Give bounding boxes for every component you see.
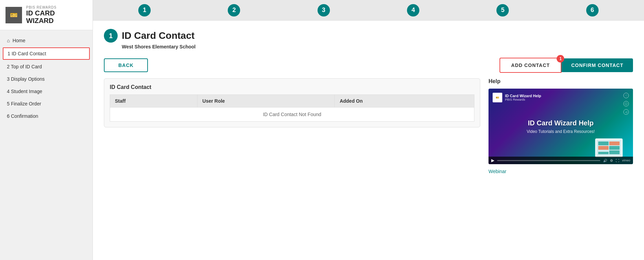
play-button-icon[interactable]: ▶ — [491, 158, 494, 163]
empty-message: ID Card Contact Not Found — [110, 108, 474, 122]
left-section: ID Card Contact Staff User Role Added On — [104, 78, 480, 252]
id-card-contact-table: Staff User Role Added On ID Card Contact… — [110, 94, 474, 122]
sidebar-item-home[interactable]: ⌂ Home — [0, 34, 93, 47]
video-icon-heart: ♡ — [623, 93, 629, 98]
sidebar-item-id-card-contact[interactable]: 1 ID Card Contact — [3, 47, 90, 60]
page-title-section: 1 ID Card Contact West Shores Elementary… — [104, 29, 633, 49]
mock-cell-5 — [598, 150, 609, 154]
video-main-title: ID Card Wizard Help — [528, 119, 594, 127]
nav-item-label-5: 5 Finalize Order — [7, 101, 41, 106]
help-section: Help 🎫 ID Card Wizard Help PBIS Rewards … — [489, 78, 633, 252]
progress-step-1: 1 — [100, 4, 189, 16]
page-subtitle: West Shores Elementary School — [122, 44, 633, 49]
video-player[interactable]: 🎫 ID Card Wizard Help PBIS Rewards ♡ ⓘ ◁… — [489, 89, 633, 164]
page-title: 1 ID Card Contact — [104, 29, 633, 43]
sidebar-nav: ⌂ Home 1 ID Card Contact 2 Top of ID Car… — [0, 30, 93, 260]
progress-step-2: 2 — [189, 4, 279, 16]
webinar-link[interactable]: Webinar — [489, 169, 506, 174]
home-label: Home — [12, 38, 25, 43]
step-circle-2: 2 — [228, 4, 240, 16]
app-logo-icon: 🎫 — [6, 7, 22, 23]
table-section-title: ID Card Contact — [110, 84, 474, 90]
sidebar: 🎫 PBIS REWARDS ID CARD WIZARD ⌂ Home 1 I… — [0, 0, 93, 260]
video-controls[interactable]: ▶ 🔊 ⚙ ⛶ vimeo — [489, 157, 633, 164]
volume-icon[interactable]: 🔊 — [603, 159, 607, 162]
fullscreen-icon[interactable]: ⛶ — [616, 159, 619, 162]
table-header-row: Staff User Role Added On — [110, 95, 474, 108]
sidebar-item-confirmation[interactable]: 6 Confirmation — [0, 110, 93, 122]
main-content: 1 2 3 4 5 6 — [93, 0, 644, 260]
progress-step-5: 5 — [458, 4, 547, 16]
nav-item-label-4: 4 Student Image — [7, 89, 42, 94]
sidebar-item-display-options[interactable]: 3 Display Options — [0, 73, 93, 85]
help-title: Help — [489, 78, 633, 84]
step-circle-1: 1 — [138, 4, 151, 16]
video-header: 🎫 ID Card Wizard Help PBIS Rewards — [493, 93, 541, 102]
right-buttons: ADD CONTACT 1 CONFIRM CONTACT — [500, 58, 633, 73]
video-subtitle: Video Tutorials and Extra Resources! — [527, 129, 595, 134]
nav-item-label-3: 3 Display Options — [7, 76, 45, 82]
sidebar-item-top-of-id-card[interactable]: 2 Top of ID Card — [0, 60, 93, 73]
step-circle-3: 3 — [318, 4, 330, 16]
progress-step-3: 3 — [279, 4, 368, 16]
step-circle-5: 5 — [496, 4, 509, 16]
add-contact-button[interactable]: ADD CONTACT — [500, 58, 562, 73]
video-icon-volume: ◁ — [623, 109, 629, 115]
mock-cell-2 — [609, 142, 620, 145]
back-button[interactable]: BACK — [104, 58, 148, 72]
video-logo-box: 🎫 — [493, 93, 502, 102]
home-icon: ⌂ — [7, 38, 10, 43]
mock-cell-4 — [609, 146, 620, 150]
table-section: ID Card Contact Staff User Role Added On — [104, 78, 480, 127]
table-empty-row: ID Card Contact Not Found — [110, 108, 474, 122]
vimeo-logo: vimeo — [622, 159, 630, 162]
nav-item-label-1: 1 ID Card Contact — [8, 51, 46, 56]
add-contact-wrapper: ADD CONTACT 1 — [500, 58, 562, 73]
mock-cell-6 — [609, 150, 620, 154]
step-circle-6: 6 — [586, 4, 599, 16]
col-user-role: User Role — [197, 95, 335, 108]
sidebar-logo: 🎫 PBIS REWARDS ID CARD WIZARD — [0, 0, 93, 30]
main-layout: ID Card Contact Staff User Role Added On — [104, 78, 633, 252]
video-header-sub: PBIS Rewards — [505, 98, 541, 101]
app-title: ID CARD WIZARD — [26, 9, 56, 24]
progress-step-4: 4 — [368, 4, 458, 16]
video-header-title: ID Card Wizard Help — [505, 94, 541, 98]
progress-bar: 1 2 3 4 5 6 — [93, 0, 644, 21]
mock-cell-1 — [598, 142, 609, 145]
step-circle-4: 4 — [407, 4, 419, 16]
logo-text: PBIS REWARDS ID CARD WIZARD — [26, 5, 56, 24]
video-icons: ♡ ⓘ ◁ — [623, 93, 629, 115]
video-header-text: ID Card Wizard Help PBIS Rewards — [505, 94, 541, 101]
col-staff: Staff — [110, 95, 197, 108]
page-heading: ID Card Contact — [122, 30, 195, 41]
confirm-contact-button[interactable]: CONFIRM CONTACT — [561, 58, 633, 72]
video-screenshot — [595, 138, 623, 157]
content-area: 1 ID Card Contact West Shores Elementary… — [93, 21, 644, 260]
page-header: 1 ID Card Contact West Shores Elementary… — [104, 29, 633, 49]
video-progress-track[interactable] — [497, 160, 600, 161]
title-step-circle: 1 — [104, 29, 118, 43]
sidebar-item-finalize-order[interactable]: 5 Finalize Order — [0, 98, 93, 110]
mock-cell-3 — [598, 146, 609, 150]
brand-name: PBIS REWARDS — [26, 5, 56, 9]
nav-item-label-6: 6 Confirmation — [7, 113, 38, 119]
progress-step-6: 6 — [548, 4, 637, 16]
mock-screen — [597, 140, 621, 156]
settings-icon[interactable]: ⚙ — [610, 159, 613, 162]
video-icon-info: ⓘ — [623, 101, 629, 106]
action-row: BACK ADD CONTACT 1 CONFIRM CONTACT — [104, 58, 633, 73]
sidebar-item-student-image[interactable]: 4 Student Image — [0, 85, 93, 98]
nav-item-label-2: 2 Top of ID Card — [7, 64, 42, 69]
col-added-on: Added On — [335, 95, 474, 108]
